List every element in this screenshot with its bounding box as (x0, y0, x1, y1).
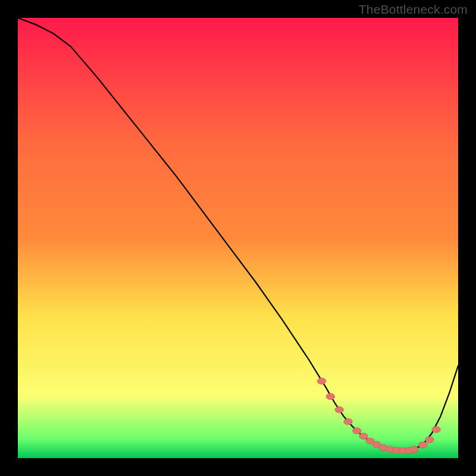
curve-marker (425, 437, 434, 443)
curve-marker (335, 406, 343, 412)
curve-marker (353, 428, 361, 434)
watermark-text: TheBottleneck.com (359, 2, 468, 17)
curve-marker (419, 442, 427, 448)
curve-marker (317, 378, 325, 384)
chart-frame: TheBottleneck.com (0, 0, 476, 476)
curve-marker (326, 393, 334, 399)
curve-marker (410, 446, 418, 452)
curve-marker (359, 433, 368, 439)
chart-svg (18, 18, 458, 458)
curve-marker (344, 418, 352, 424)
svg-rect-0 (18, 18, 458, 458)
curve-marker (432, 427, 440, 433)
plot-area (18, 18, 458, 458)
